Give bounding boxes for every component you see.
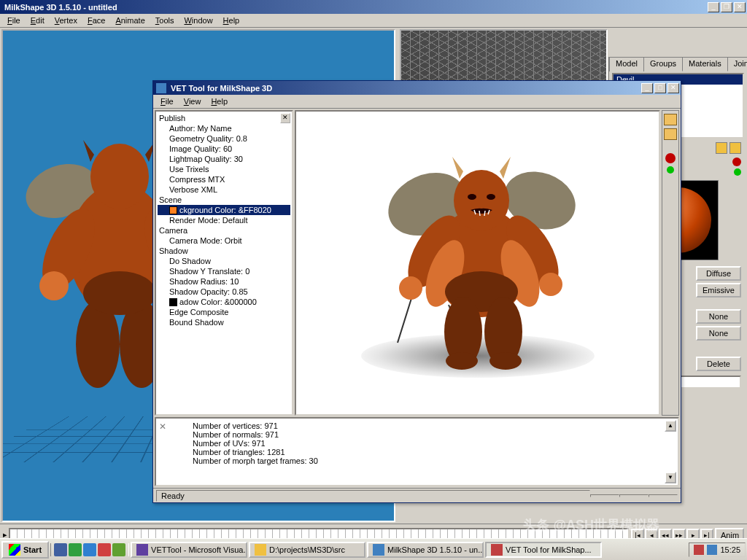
- main-title: MilkShape 3D 1.5.10 - untitled: [1, 3, 708, 12]
- vet-output-log[interactable]: ✕ ▲ ▼ Number of vertices: 971Number of n…: [155, 417, 679, 486]
- scroll-up-button[interactable]: ▲: [665, 420, 676, 432]
- tree-item-bound[interactable]: Bound Shadow: [158, 317, 290, 327]
- tree-item-lightmap[interactable]: Lightmap Quality: 30: [158, 154, 290, 164]
- output-line-2: Number of UVs: 971: [193, 439, 641, 448]
- tree-item-render[interactable]: Render Mode: Default: [158, 215, 290, 225]
- active-icon[interactable]: [734, 168, 741, 176]
- output-grip-icon[interactable]: ✕: [159, 421, 166, 432]
- tree-item-doshadow[interactable]: Do Shadow: [158, 256, 290, 266]
- svg-point-14: [468, 194, 476, 200]
- diffuse-button[interactable]: Diffuse: [696, 266, 741, 281]
- menu-window[interactable]: Window: [179, 15, 217, 26]
- tree-item-edge[interactable]: Edge Composite: [158, 307, 290, 317]
- tree-item-imgq[interactable]: Image Quality: 60: [158, 144, 290, 154]
- svg-point-13: [454, 170, 509, 231]
- menu-help[interactable]: Help: [219, 15, 244, 26]
- task-explorer[interactable]: D:\projects\MS3D\src: [249, 542, 365, 558]
- ql-icon-4[interactable]: [98, 543, 111, 556]
- task-icon: [136, 544, 148, 556]
- menu-face[interactable]: Face: [83, 15, 109, 26]
- vet-close-button[interactable]: ✕: [667, 83, 679, 93]
- tree-item-trixels[interactable]: Use Trixels: [158, 164, 290, 174]
- main-titlebar: MilkShape 3D 1.5.10 - untitled _ ❐ ✕: [0, 0, 747, 14]
- tray-icon-1[interactable]: [694, 545, 704, 555]
- start-button[interactable]: Start: [1, 541, 49, 559]
- minimize-button[interactable]: _: [708, 2, 719, 12]
- tree-close-button[interactable]: ✕: [280, 113, 290, 123]
- vet-status-text: Ready: [156, 490, 590, 502]
- vet-preview[interactable]: [295, 110, 660, 416]
- menu-file[interactable]: File: [3, 15, 25, 26]
- tree-item-label: Use Trixels: [169, 165, 209, 174]
- tree-camera[interactable]: Camera: [158, 225, 290, 236]
- tree-publish[interactable]: Publish: [158, 113, 290, 123]
- vet-title: VET Tool for MilkShape 3D: [168, 84, 641, 93]
- task-vettool-vs[interactable]: VETTool - Microsoft Visua...: [131, 542, 247, 558]
- task-icon: [373, 544, 384, 556]
- tree-item-label: Compress MTX: [169, 175, 225, 184]
- ql-icon-1[interactable]: [54, 543, 67, 556]
- vet-menu-view[interactable]: View: [179, 96, 206, 107]
- menu-edit[interactable]: Edit: [26, 15, 49, 26]
- tree-item-compress[interactable]: Compress MTX: [158, 174, 290, 184]
- quick-launch: [50, 543, 129, 556]
- svg-point-26: [489, 352, 522, 370]
- record-icon[interactable]: [732, 158, 741, 166]
- vet-status-cell-3: [649, 494, 678, 497]
- tree-item-label: Verbose XML: [169, 185, 217, 194]
- folder-open-icon[interactable]: [664, 114, 677, 125]
- tree-item-author[interactable]: Author: My Name: [158, 123, 290, 133]
- task-vettool[interactable]: VET Tool for MilkShap...: [485, 542, 602, 558]
- vet-titlebar[interactable]: VET Tool for MilkShape 3D _ □ ✕: [153, 81, 681, 95]
- play-icon[interactable]: [667, 166, 674, 174]
- scroll-down-button[interactable]: ▼: [665, 472, 676, 483]
- vet-maximize-button[interactable]: □: [654, 83, 666, 93]
- vet-toolbar: [662, 110, 679, 416]
- ql-icon-5[interactable]: [112, 543, 125, 556]
- maximize-button[interactable]: ❐: [721, 2, 732, 12]
- tab-materials[interactable]: Materials: [682, 57, 728, 71]
- vet-menu-file[interactable]: File: [156, 96, 178, 107]
- tree-item-label: Geometry Quality: 0.8: [169, 134, 247, 143]
- vet-menubar: FileViewHelp: [153, 95, 681, 109]
- ql-icon-2[interactable]: [69, 543, 82, 556]
- open-texture-icon-2[interactable]: [729, 142, 741, 154]
- tree-item-label: Lightmap Quality: 30: [169, 155, 243, 163]
- open-texture-icon[interactable]: [716, 142, 727, 154]
- tree-item-radius[interactable]: Shadow Radius: 10: [158, 276, 290, 287]
- texture-none-button-2[interactable]: None: [696, 326, 741, 341]
- task-milkshape[interactable]: MilkShape 3D 1.5.10 - un...: [367, 542, 484, 558]
- menu-tools[interactable]: Tools: [151, 15, 179, 26]
- tree-item-label: Author: My Name: [169, 124, 232, 133]
- ql-icon-3[interactable]: [83, 543, 96, 556]
- tree-item-shcolor[interactable]: adow Color: &000000: [158, 297, 290, 307]
- record-icon[interactable]: [665, 153, 676, 163]
- tree-item-bgcolor[interactable]: ckground Color: &FF8020: [158, 205, 290, 215]
- tree-scene[interactable]: Scene: [158, 195, 290, 205]
- vet-property-tree[interactable]: ✕ PublishAuthor: My NameGeometry Quality…: [155, 110, 293, 416]
- tab-model[interactable]: Model: [609, 57, 644, 71]
- tree-item-label: Do Shadow: [169, 257, 211, 265]
- tree-item-opacity[interactable]: Shadow Opacity: 0.85: [158, 287, 290, 297]
- tray-clock[interactable]: 15:25: [720, 545, 740, 554]
- tree-item-ytrans[interactable]: Shadow Y Translate: 0: [158, 266, 290, 276]
- tree-shadow[interactable]: Shadow: [158, 246, 290, 256]
- tray-icon-2[interactable]: [707, 545, 717, 555]
- tree-item-cammode[interactable]: Camera Mode: Orbit: [158, 236, 290, 246]
- tree-item-geom[interactable]: Geometry Quality: 0.8: [158, 133, 290, 144]
- task-label: D:\projects\MS3D\src: [269, 545, 345, 554]
- texture-none-button-1[interactable]: None: [696, 309, 741, 324]
- tree-item-verbose[interactable]: Verbose XML: [158, 184, 290, 195]
- emissive-button[interactable]: Emissive: [696, 283, 741, 298]
- vet-tool-window: VET Tool for MilkShape 3D _ □ ✕ FileView…: [152, 80, 681, 503]
- menu-vertex[interactable]: Vertex: [50, 15, 82, 26]
- tab-groups[interactable]: Groups: [643, 57, 683, 71]
- tree-item-label: Shadow Radius: 10: [169, 277, 239, 286]
- tab-joints[interactable]: Joints: [727, 57, 747, 71]
- vet-menu-help[interactable]: Help: [206, 96, 232, 107]
- folder-save-icon[interactable]: [664, 128, 677, 140]
- delete-button[interactable]: Delete: [696, 357, 741, 371]
- close-button[interactable]: ✕: [734, 2, 746, 12]
- menu-animate[interactable]: Animate: [111, 15, 149, 26]
- vet-minimize-button[interactable]: _: [641, 83, 653, 93]
